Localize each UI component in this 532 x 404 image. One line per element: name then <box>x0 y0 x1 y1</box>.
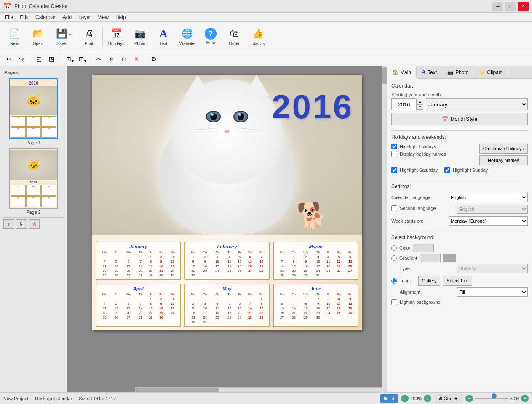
page-thumb-2[interactable]: 🐱 2016 Jul Aug Sep Oct Nov Dec Page 2 <box>8 148 59 215</box>
undo-button[interactable]: ↩ <box>3 53 14 64</box>
cut-button[interactable]: ✂ <box>93 53 104 64</box>
close-button[interactable]: ✕ <box>518 2 529 11</box>
calendar-language-select[interactable]: English French German Spanish <box>449 193 528 202</box>
second-language-checkbox-row: Second language <box>391 205 454 211</box>
page-thumb-1[interactable]: 2016 🐱 Jan Feb Mar Apr May Jun Page 1 <box>8 78 59 146</box>
display-holiday-names-row: Display holiday names <box>391 151 476 157</box>
copy-button[interactable]: ⎘ <box>106 53 117 64</box>
remove-page-button[interactable]: ✕ <box>29 219 40 229</box>
help-button[interactable]: ? Help <box>200 24 222 49</box>
tab-main[interactable]: 🏠 Main <box>387 66 417 79</box>
photo-button[interactable]: 📷 Photo <box>129 24 151 49</box>
type-select[interactable]: Butterfly <box>457 264 528 273</box>
delete-button[interactable]: ✕ <box>131 53 142 64</box>
desktop-calendar-label: Desktop Calendar <box>35 396 72 401</box>
vertical-scrollbar[interactable] <box>382 66 387 392</box>
week-starts-select[interactable]: Monday (Europe) Sunday (US) Saturday <box>449 216 528 226</box>
grid-button[interactable]: ⊞ Grid ▼ <box>435 394 462 403</box>
menu-help[interactable]: Help <box>112 13 129 21</box>
year-input-wrap: ▲ ▼ <box>391 98 423 110</box>
holidays-icon: 📅 <box>110 27 123 40</box>
maximize-button[interactable]: □ <box>505 2 516 11</box>
settings-button[interactable]: ⚙ <box>148 53 159 64</box>
display-holiday-names-checkbox[interactable] <box>391 151 397 157</box>
align-top-button[interactable]: ⊡▼ <box>63 53 74 64</box>
align-left-button[interactable]: ◱ <box>33 53 44 64</box>
lighten-background-row: Lighten background <box>391 299 528 305</box>
cal-month-april: AprilMoTuWeThFrSaSu123456789101112131415… <box>96 284 181 327</box>
zoom-out-button[interactable]: − <box>401 395 409 402</box>
year-up-button[interactable]: ▲ <box>417 99 423 104</box>
year-down-button[interactable]: ▼ <box>417 104 423 110</box>
open-button[interactable]: 📂 Open <box>27 24 49 49</box>
align-right-button[interactable]: ◳ <box>46 53 57 64</box>
horizontal-scrollbar[interactable] <box>135 387 382 392</box>
image-radio[interactable] <box>391 278 397 284</box>
gradient-swatch-2[interactable] <box>443 254 456 262</box>
redo-button[interactable]: ↪ <box>16 53 27 64</box>
copy-page-button[interactable]: ⎘ <box>16 219 27 229</box>
zoom-slider-track[interactable] <box>475 395 508 402</box>
second-language-select[interactable]: English <box>457 205 528 214</box>
divider-2 <box>391 180 528 180</box>
rpanel-tabs: 🏠 Main A Text 📷 Photo ⭐ Clipart <box>387 66 532 79</box>
color-swatch[interactable] <box>413 244 434 252</box>
highlight-saturday-checkbox[interactable] <box>391 167 397 173</box>
gradient-radio-row: Gradient <box>391 254 528 262</box>
holidays-button[interactable]: 📅 Holidays <box>105 24 127 49</box>
minimize-button[interactable]: ─ <box>492 2 503 11</box>
new-icon: 📄 <box>8 27 21 40</box>
menu-calendar[interactable]: Calendar <box>32 13 59 21</box>
grid-icon: ⊞ <box>438 396 442 401</box>
menu-layer[interactable]: Layer <box>75 13 94 21</box>
alignment-row: Alignment: Fill Fit Stretch Center Tile <box>391 287 528 297</box>
gradient-swatch-1[interactable] <box>420 254 441 262</box>
new-button[interactable]: 📄 New <box>3 24 25 49</box>
calendar-year: 2016 <box>272 88 353 126</box>
menu-view[interactable]: View <box>94 13 112 21</box>
menu-edit[interactable]: Edit <box>16 13 32 21</box>
paste-button[interactable]: ⎙ <box>118 53 129 64</box>
align-bottom-button[interactable]: ⊡▼ <box>76 53 87 64</box>
second-language-checkbox[interactable] <box>391 205 397 211</box>
zoom-in-button[interactable]: + <box>424 395 431 402</box>
menu-add[interactable]: Add <box>59 13 75 21</box>
order-button[interactable]: 🛍 Order <box>223 24 245 49</box>
alignment-select[interactable]: Fill Fit Stretch Center Tile <box>457 287 528 297</box>
zoom-slider-plus[interactable]: + <box>521 395 529 402</box>
print-button[interactable]: 🖨 Print <box>78 24 100 49</box>
select-file-button[interactable]: Select File <box>443 276 472 286</box>
highlight-holidays-checkbox[interactable] <box>391 144 397 149</box>
highlight-sunday-checkbox[interactable] <box>444 167 450 173</box>
gradient-radio[interactable] <box>391 255 397 261</box>
fit-button[interactable]: ⊞ Fit <box>380 394 398 403</box>
zoom-50-percent: 50% <box>510 396 519 401</box>
gallery-button[interactable]: Gallery <box>418 276 441 286</box>
photo-icon: 📷 <box>133 27 147 40</box>
color-radio[interactable] <box>391 245 397 251</box>
like-icon: 👍 <box>251 27 265 40</box>
month-select[interactable]: January February March April May June Ju… <box>426 98 528 110</box>
cal-month-june: JuneMoTuWeThFrSaSu1234567891011121314151… <box>273 284 358 327</box>
fit-icon: ⊞ <box>384 396 388 401</box>
tab-clipart[interactable]: ⭐ Clipart <box>474 66 508 78</box>
canvas-area[interactable]: 2016 🐕 JanuaryMoTuWeThFrSaSu123456789101… <box>67 66 387 392</box>
save-button[interactable]: 💾 Save ▼ <box>51 24 72 49</box>
toolbar2: ↩ ↪ ◱ ◳ ⊡▼ ⊡▼ ✂ ⎘ ⎙ ✕ ⚙ <box>0 51 532 66</box>
add-page-button[interactable]: + <box>3 219 14 229</box>
like-button[interactable]: 👍 Like Us <box>247 24 269 49</box>
menu-file[interactable]: File <box>2 13 16 21</box>
holidays-section-label: Holidays and weekends: <box>391 134 528 140</box>
highlight-saturday-label: Highlight Saturday <box>400 167 438 173</box>
year-input[interactable] <box>391 98 417 110</box>
month-style-button[interactable]: 📅 Month Style <box>391 113 528 125</box>
website-button[interactable]: 🌐 Website <box>176 24 198 49</box>
holiday-names-button[interactable]: Holiday Names <box>479 155 528 165</box>
zoom-slider-minus[interactable]: − <box>465 395 473 402</box>
zoom-slider-thumb[interactable] <box>492 393 497 399</box>
tab-photo[interactable]: 📷 Photo <box>442 66 474 78</box>
text-button[interactable]: A Text <box>152 24 174 49</box>
tab-text[interactable]: A Text <box>417 66 442 78</box>
lighten-background-checkbox[interactable] <box>391 299 397 305</box>
customize-holidays-button[interactable]: Customize Holidays <box>479 144 528 154</box>
